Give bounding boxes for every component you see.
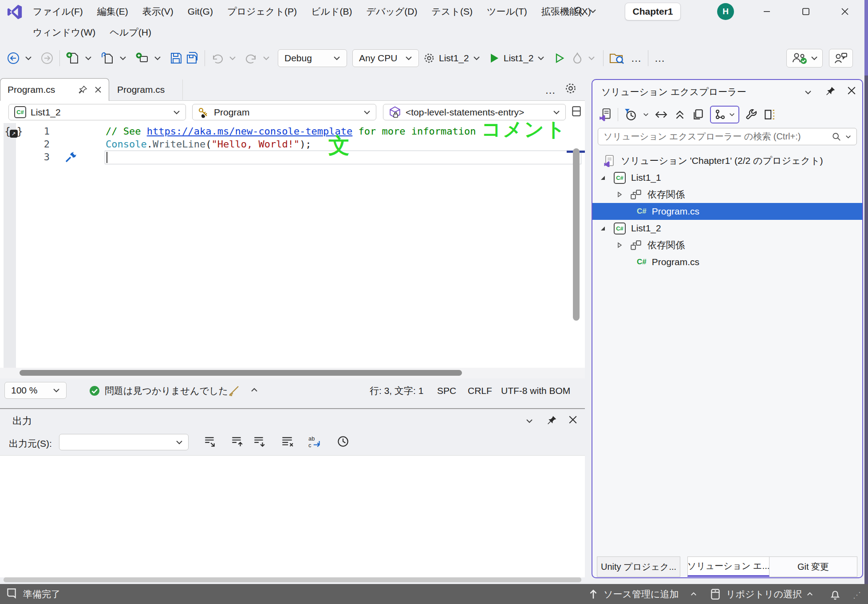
clear-all-icon[interactable] xyxy=(280,435,294,448)
maximize-button[interactable] xyxy=(793,0,819,23)
project-dropdown[interactable]: C# List1_2 xyxy=(8,104,186,120)
tab-list-overflow-button[interactable]: … xyxy=(545,84,556,96)
select-repository-button[interactable]: リポジトリの選択 xyxy=(726,584,802,604)
expander-expanded-icon[interactable] xyxy=(600,175,606,181)
feedback-button[interactable] xyxy=(829,49,853,68)
add-new-item-chevron[interactable] xyxy=(150,48,165,68)
expand-status-chevron[interactable] xyxy=(251,388,258,392)
menu-item[interactable]: テスト(S) xyxy=(425,3,480,20)
problems-indicator[interactable]: 問題は見つかりませんでした xyxy=(89,380,228,401)
tool-window-tab[interactable]: Unity プロジェク... xyxy=(597,556,680,577)
minimize-button[interactable] xyxy=(754,0,780,23)
toolbar-overflow-button[interactable]: … xyxy=(629,48,643,68)
close-window-button[interactable] xyxy=(832,0,858,23)
pending-changes-filter-icon[interactable] xyxy=(624,106,637,123)
add-new-item-button[interactable] xyxy=(134,48,150,68)
timestamp-icon[interactable] xyxy=(336,435,350,448)
expander-collapsed-icon[interactable] xyxy=(616,191,623,198)
tree-item-deps[interactable]: 依存関係 xyxy=(592,186,862,203)
save-all-button[interactable] xyxy=(184,48,200,68)
menu-item[interactable]: Git(G) xyxy=(181,3,220,20)
caret-position-indicator[interactable]: 行: 3, 文字: 1 xyxy=(370,380,423,401)
menu-item[interactable]: 編集(E) xyxy=(90,3,135,20)
menu-item[interactable]: デバッグ(D) xyxy=(359,3,424,20)
next-message-icon[interactable] xyxy=(253,435,266,448)
search-icon[interactable] xyxy=(832,132,841,141)
menu-item[interactable]: 表示(V) xyxy=(135,3,181,20)
output-content[interactable] xyxy=(0,455,585,577)
undo-chevron[interactable] xyxy=(225,48,240,68)
add-to-source-control-button[interactable]: ソース管理に追加 xyxy=(604,584,679,604)
encoding-indicator[interactable]: UTF-8 with BOM xyxy=(501,380,570,401)
navigate-forward-button[interactable] xyxy=(39,48,55,68)
expander-expanded-icon[interactable] xyxy=(600,225,606,231)
menu-item[interactable]: ツール(T) xyxy=(480,3,534,20)
word-wrap-icon[interactable]: abc xyxy=(308,435,323,448)
startup-project-dropdown[interactable]: List1_2 xyxy=(419,52,485,64)
search-solution-box[interactable]: Chapter1 xyxy=(625,3,681,20)
output-chevron-down-icon[interactable] xyxy=(526,419,533,423)
navigate-back-button[interactable] xyxy=(5,48,21,68)
navigate-back-chevron[interactable] xyxy=(21,48,36,68)
live-share-button[interactable] xyxy=(786,49,823,68)
menu-item[interactable]: ウィンドウ(W) xyxy=(26,24,103,41)
quick-search-button[interactable] xyxy=(574,6,596,16)
horizontal-scrollbar-thumb[interactable] xyxy=(20,370,462,376)
switch-views-icon[interactable] xyxy=(599,106,612,123)
properties-wrench-icon[interactable] xyxy=(745,106,758,123)
open-file-chevron[interactable] xyxy=(116,48,130,68)
save-button[interactable] xyxy=(168,48,184,68)
redo-button[interactable] xyxy=(243,48,259,68)
tree-item-solution[interactable]: ソリューション 'Chapter1' (2/2 のプロジェクト) xyxy=(592,152,862,169)
output-pin-icon[interactable] xyxy=(547,415,557,425)
solution-explorer-search[interactable] xyxy=(598,128,857,145)
new-file-chevron[interactable] xyxy=(81,48,95,68)
feedback-flag-icon[interactable] xyxy=(6,588,17,600)
view-mode-button[interactable] xyxy=(710,106,739,123)
output-scrollbar[interactable] xyxy=(4,577,581,582)
hot-reload-chevron[interactable] xyxy=(584,48,599,68)
tab-program-cs-inactive[interactable]: Program.cs xyxy=(109,79,183,100)
search-input[interactable] xyxy=(604,131,828,142)
resize-grip[interactable]: ⋰ xyxy=(853,590,861,600)
split-window-icon[interactable] xyxy=(571,105,582,118)
output-close-icon[interactable] xyxy=(568,415,577,424)
source-control-chevron-icon[interactable] xyxy=(690,592,697,596)
start-without-debugging-button[interactable] xyxy=(552,48,567,68)
notifications-bell-icon[interactable] xyxy=(830,588,840,600)
tree-item-project[interactable]: C#List1_2 xyxy=(592,220,862,237)
open-file-button[interactable] xyxy=(99,48,116,68)
previous-message-icon[interactable] xyxy=(230,435,244,448)
tree-item-project[interactable]: C#List1_1 xyxy=(592,169,862,186)
solution-configuration-dropdown[interactable]: Debug xyxy=(278,49,347,67)
solution-explorer-close-icon[interactable] xyxy=(847,86,856,95)
solution-explorer-chevron-icon[interactable] xyxy=(805,90,812,95)
sync-with-active-document-icon[interactable] xyxy=(655,106,668,123)
collapse-all-icon[interactable] xyxy=(674,106,686,123)
undo-button[interactable] xyxy=(209,48,225,68)
search-options-chevron[interactable] xyxy=(845,135,851,139)
tree-item-deps[interactable]: 依存関係 xyxy=(592,237,862,254)
tool-window-tab[interactable]: ソリューション エ... xyxy=(687,556,769,577)
tree-item-file[interactable]: C#Program.cs xyxy=(592,203,862,220)
run-button[interactable]: List1_2 xyxy=(485,52,549,64)
repository-chevron-icon[interactable] xyxy=(807,592,813,596)
expander-collapsed-icon[interactable] xyxy=(616,242,623,248)
code-cleanup-broom-icon[interactable] xyxy=(228,385,241,397)
menu-item[interactable]: ファイル(F) xyxy=(26,3,90,20)
toolbar-options-button[interactable]: … xyxy=(653,48,667,68)
redo-chevron[interactable] xyxy=(259,48,273,68)
menu-item[interactable]: プロジェクト(P) xyxy=(220,3,304,20)
output-source-dropdown[interactable] xyxy=(59,434,189,450)
account-avatar[interactable]: H xyxy=(717,3,734,20)
code-editor[interactable]: {↗} 1// See https://aka.ms/new-console-t… xyxy=(0,123,585,368)
solution-explorer-pin-icon[interactable] xyxy=(826,86,836,96)
vertical-scrollbar-thumb[interactable] xyxy=(573,148,580,321)
menu-item[interactable]: ヘルプ(H) xyxy=(103,24,158,41)
goto-message-source-icon[interactable] xyxy=(203,435,217,448)
pin-tab-icon[interactable] xyxy=(79,85,87,94)
tool-window-tab[interactable]: Git 変更 xyxy=(769,556,857,577)
document-well-options-icon[interactable] xyxy=(564,82,577,95)
solution-platform-dropdown[interactable]: Any CPU xyxy=(352,49,419,67)
code-outline-glyph-icon[interactable]: {↗} xyxy=(4,125,23,138)
